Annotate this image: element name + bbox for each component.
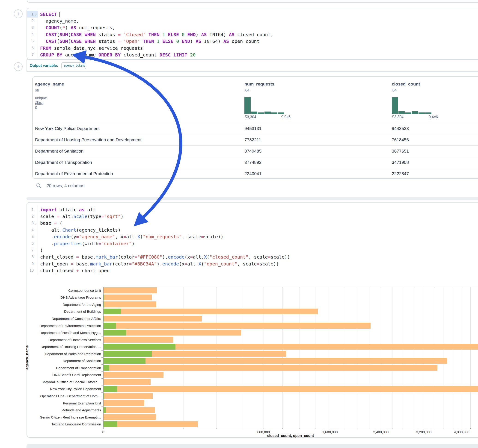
result-table: agency_namestrunique: 20nulls: 0num_requ… bbox=[32, 76, 478, 179]
histogram-min-label: 53,304 bbox=[392, 115, 403, 119]
code-line[interactable]: 4 CAST(SUM(CASE WHEN status = 'Closed' T… bbox=[27, 31, 478, 38]
column-name: num_requests bbox=[245, 81, 274, 87]
histogram-max-label: 9.5e6 bbox=[276, 115, 296, 119]
line-number-gutter: 7 bbox=[27, 247, 38, 254]
table-row[interactable]: Department of Housing Preservation and D… bbox=[33, 134, 478, 146]
column-type: str bbox=[35, 88, 39, 92]
code-line[interactable]: 6 .properties(width="container") bbox=[27, 240, 478, 247]
histogram-bar bbox=[405, 112, 411, 114]
code-line[interactable]: 5 CAST(SUM(CASE WHEN status = 'Open' THE… bbox=[27, 38, 478, 45]
code-line[interactable]: 2 agency_name, bbox=[27, 18, 478, 24]
table-cell: 2222847 bbox=[392, 171, 409, 176]
column-name: closed_count bbox=[392, 81, 420, 87]
line-number-gutter: 8 bbox=[27, 254, 38, 260]
next-cell-edge bbox=[26, 444, 478, 448]
add-cell-button-top[interactable]: + bbox=[14, 9, 23, 18]
table-cell: Department of Housing Preservation and D… bbox=[35, 137, 142, 143]
table-row[interactable]: New York City Police Department945313194… bbox=[33, 123, 478, 134]
table-cell: 7782211 bbox=[245, 137, 261, 143]
histogram-bar bbox=[412, 111, 418, 114]
column-stat: nulls: 0 bbox=[35, 102, 44, 110]
table-row[interactable]: Department of Environmental Protection22… bbox=[33, 168, 478, 179]
histogram-bar bbox=[419, 112, 425, 114]
line-number-gutter: 2 bbox=[27, 213, 38, 220]
previous-cell-edge bbox=[26, 0, 478, 3]
table-cell: Department of Transportation bbox=[35, 160, 92, 165]
sql-cell[interactable]: 1⌄SELECT 2 agency_name,3 COUNT(*) AS num… bbox=[26, 8, 478, 59]
histogram-bar bbox=[245, 97, 251, 114]
code-line[interactable]: 4 alt.Chart(agency_tickets) bbox=[27, 227, 478, 233]
histogram-bar bbox=[425, 112, 431, 114]
code-line[interactable]: 8chart_closed = base.mark_bar(color="#FF… bbox=[27, 254, 478, 260]
histogram-bar bbox=[271, 112, 277, 114]
column-type: i64 bbox=[392, 88, 396, 92]
code-line[interactable]: 6FROM sample_data.nyc.service_requests bbox=[27, 45, 478, 51]
histogram-bar bbox=[251, 112, 257, 114]
histogram-max-label: 9.4e6 bbox=[423, 115, 444, 119]
search-icon[interactable] bbox=[36, 183, 42, 188]
notebook-page: + + 1⌄SELECT 2 agency_name,3 COUNT(*) AS… bbox=[0, 0, 478, 448]
line-number-gutter: 4 bbox=[27, 227, 38, 233]
line-number-gutter: 5 bbox=[27, 233, 38, 240]
fold-chevron-icon[interactable]: ⌄ bbox=[34, 12, 38, 16]
cell-divider bbox=[26, 197, 478, 200]
table-cell: 3471908 bbox=[392, 160, 409, 165]
column-histogram bbox=[392, 97, 431, 114]
table-cell: 3677651 bbox=[392, 149, 409, 154]
sql-code-editor[interactable]: 1⌄SELECT 2 agency_name,3 COUNT(*) AS num… bbox=[27, 11, 478, 58]
line-number-gutter: 10 bbox=[27, 267, 38, 274]
line-number-gutter: 2 bbox=[27, 18, 38, 24]
table-row[interactable]: Department of Sanitation37494853677651 bbox=[33, 145, 478, 157]
line-number-gutter: 1 bbox=[27, 206, 38, 213]
code-line[interactable]: 3⌄base = ( bbox=[27, 220, 478, 227]
line-number-gutter: 6 bbox=[27, 45, 38, 51]
table-cell: Department of Sanitation bbox=[35, 149, 83, 154]
histogram-bar bbox=[398, 111, 405, 114]
line-number-gutter: 1⌄ bbox=[27, 11, 38, 18]
table-cell: 9443533 bbox=[392, 126, 409, 131]
line-number-gutter: 3 bbox=[27, 25, 38, 31]
code-line[interactable]: 10chart_closed + chart_open bbox=[27, 267, 478, 274]
line-number-gutter: 9 bbox=[27, 260, 38, 267]
text-cursor bbox=[59, 12, 60, 17]
output-variable-label: Output variable: bbox=[30, 64, 58, 68]
line-number-gutter: 5 bbox=[27, 38, 38, 45]
python-code-editor[interactable]: 1import altair as alt2scale = alt.Scale(… bbox=[27, 206, 478, 274]
table-cell: Department of Environmental Protection bbox=[35, 171, 113, 176]
code-line[interactable]: 7) bbox=[27, 247, 478, 254]
histogram-bar bbox=[264, 112, 271, 114]
code-line[interactable]: 5 .encode(y="agency_name", x=alt.X("num_… bbox=[27, 233, 478, 240]
table-cell: 2240041 bbox=[245, 171, 262, 176]
table-cell: 7618456 bbox=[392, 137, 409, 143]
code-line[interactable]: 3 COUNT(*) AS num_requests, bbox=[27, 25, 478, 31]
column-histogram bbox=[245, 97, 284, 114]
output-variable-bar: Output variable: agency_tickets bbox=[26, 59, 478, 72]
code-line[interactable]: 2scale = alt.Scale(type="sqrt") bbox=[27, 213, 478, 220]
histogram-bar bbox=[278, 112, 284, 114]
table-row[interactable]: Department of Transportation377489234719… bbox=[33, 157, 478, 168]
line-number-gutter: 4 bbox=[27, 31, 38, 38]
fold-chevron-icon[interactable]: ⌄ bbox=[34, 221, 38, 225]
table-cell: 3774892 bbox=[245, 160, 262, 165]
histogram-min-label: 53,304 bbox=[245, 115, 256, 119]
table-summary: 20 rows, 4 columns bbox=[47, 183, 84, 188]
code-line[interactable]: 9chart_open = base.mark_bar(color="#8BC3… bbox=[27, 260, 478, 267]
code-line[interactable]: 1⌄SELECT bbox=[27, 11, 478, 18]
table-cell: 9453131 bbox=[245, 126, 262, 131]
table-cell: New York City Police Department bbox=[35, 126, 100, 131]
column-name: agency_name bbox=[35, 81, 64, 87]
output-variable-pill[interactable]: agency_tickets bbox=[61, 62, 86, 69]
code-line[interactable]: 7GROUP BY agency_name ORDER BY closed_co… bbox=[27, 51, 478, 58]
code-line[interactable]: 1import altair as alt bbox=[27, 206, 478, 213]
table-footer: 20 rows, 4 columns bbox=[32, 182, 84, 190]
histogram-bar bbox=[392, 97, 398, 114]
table-cell: 3749485 bbox=[245, 149, 262, 154]
line-number-gutter: 3⌄ bbox=[27, 220, 38, 227]
line-number-gutter: 7 bbox=[27, 51, 38, 58]
column-type: i64 bbox=[245, 88, 249, 92]
add-cell-button-output[interactable]: + bbox=[14, 62, 23, 71]
python-cell[interactable]: 1import altair as alt2scale = alt.Scale(… bbox=[26, 202, 478, 438]
histogram-bar bbox=[258, 112, 264, 114]
line-number-gutter: 6 bbox=[27, 240, 38, 247]
